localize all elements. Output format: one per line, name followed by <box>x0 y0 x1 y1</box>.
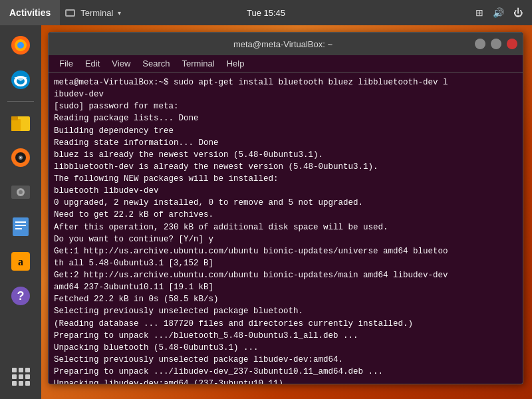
monitor-icon <box>65 9 75 17</box>
writer-icon <box>9 215 33 239</box>
terminal-window: meta@meta-VirtualBox: ~ File Edit View S… <box>48 32 523 384</box>
terminal-line: libbluetooth-dev is already the newest v… <box>54 161 517 173</box>
terminal-line: Reading package lists... Done <box>54 112 517 124</box>
svg-point-13 <box>20 157 21 158</box>
sidebar-item-help[interactable]: ? <box>5 280 37 312</box>
svg-rect-8 <box>11 119 21 131</box>
terminal-line: Fetched 22.2 kB in 0s (58.5 kB/s) <box>54 293 517 305</box>
menu-help[interactable]: Help <box>221 57 250 70</box>
terminal-menubar: File Edit View Search Terminal Help <box>49 55 523 72</box>
sidebar-item-firefox[interactable] <box>5 29 37 61</box>
terminal-line: (Reading database ... 187720 files and d… <box>54 318 517 330</box>
activities-button[interactable]: Activities <box>0 0 60 25</box>
svg-rect-20 <box>15 228 22 229</box>
svg-text:a: a <box>18 256 23 267</box>
menu-file[interactable]: File <box>54 57 78 70</box>
power-icon[interactable]: ⏻ <box>511 6 525 19</box>
sidebar-divider-1 <box>7 101 34 102</box>
rhythmbox-icon <box>9 146 33 170</box>
svg-rect-9 <box>11 116 18 120</box>
svg-rect-17 <box>13 217 29 236</box>
menu-edit[interactable]: Edit <box>80 57 105 70</box>
volume-icon[interactable]: 🔊 <box>490 6 507 19</box>
terminal-line: ibudev-dev <box>54 88 517 100</box>
terminal-line: Unpacking bluetooth (5.48-0ubuntu3.1) ..… <box>54 342 517 354</box>
chevron-down-icon: ▾ <box>118 9 121 17</box>
close-button[interactable] <box>507 39 517 49</box>
sidebar-item-files[interactable] <box>5 107 37 139</box>
help-icon: ? <box>9 284 33 308</box>
thunderbird-icon <box>9 68 33 92</box>
menu-view[interactable]: View <box>106 57 136 70</box>
terminal-window-title: meta@meta-VirtualBox: ~ <box>94 39 472 49</box>
terminal-output: meta@meta-VirtualBox:~$ sudo apt-get ins… <box>54 76 517 384</box>
terminal-line: Reading state information... Done <box>54 137 517 149</box>
terminal-line: th all 5.48-0ubuntu3.1 [3,152 B] <box>54 257 517 269</box>
menu-terminal[interactable]: Terminal <box>177 57 220 70</box>
terminal-line: Get:2 http://us.archive.ubuntu.com/ubunt… <box>54 269 517 281</box>
terminal-line: Preparing to unpack .../libudev-dev_237-… <box>54 366 517 378</box>
window-controls <box>472 39 517 49</box>
terminal-line: Get:1 http://us.archive.ubuntu.com/ubunt… <box>54 245 517 257</box>
terminal-titlebar: meta@meta-VirtualBox: ~ <box>49 33 523 55</box>
terminal-line: [sudo] password for meta: <box>54 100 517 112</box>
terminal-line: The following NEW packages will be insta… <box>54 173 517 185</box>
terminal-line: After this operation, 230 kB of addition… <box>54 221 517 233</box>
terminal-line: meta@meta-VirtualBox:~$ sudo apt-get ins… <box>54 76 517 88</box>
maximize-button[interactable] <box>491 39 501 49</box>
sidebar-item-amazon[interactable]: a <box>5 245 37 277</box>
terminal-line: Preparing to unpack .../bluetooth_5.48-0… <box>54 330 517 342</box>
topbar-left: Activities Terminal ▾ <box>0 0 126 25</box>
terminal-taskbar-item[interactable]: Terminal ▾ <box>60 8 126 18</box>
network-icon[interactable]: ⊞ <box>473 6 486 19</box>
terminal-line: Need to get 22.2 kB of archives. <box>54 209 517 221</box>
firefox-icon <box>9 33 33 57</box>
minimize-button[interactable] <box>475 39 485 49</box>
sidebar: a ? <box>0 25 41 399</box>
sidebar-item-photos[interactable] <box>5 176 37 208</box>
terminal-line: bluez is already the newest version (5.4… <box>54 149 517 161</box>
topbar: Activities Terminal ▾ Tue 15:45 ⊞ 🔊 ⏻ <box>0 0 532 25</box>
sidebar-item-writer[interactable] <box>5 211 37 243</box>
terminal-line: bluetooth libudev-dev <box>54 185 517 197</box>
svg-point-2 <box>17 42 24 49</box>
svg-point-16 <box>19 190 23 194</box>
terminal-content[interactable]: meta@meta-VirtualBox:~$ sudo apt-get ins… <box>49 72 523 384</box>
photos-icon <box>9 180 33 204</box>
topbar-clock: Tue 15:45 <box>247 8 285 18</box>
sidebar-item-rhythmbox[interactable] <box>5 142 37 174</box>
terminal-taskbar-label: Terminal <box>80 8 113 18</box>
sidebar-item-appgrid[interactable] <box>5 360 37 392</box>
terminal-line: 0 upgraded, 2 newly installed, 0 to remo… <box>54 197 517 209</box>
topbar-right-icons: ⊞ 🔊 ⏻ <box>473 6 532 19</box>
terminal-line: Selecting previously unselected package … <box>54 354 517 366</box>
svg-rect-19 <box>15 225 26 226</box>
terminal-line: Unpacking libudev-dev:amd64 (237-3ubuntu… <box>54 378 517 384</box>
terminal-line: Building dependency tree <box>54 125 517 137</box>
amazon-icon: a <box>9 249 33 273</box>
menu-search[interactable]: Search <box>137 57 175 70</box>
files-icon <box>9 111 33 135</box>
terminal-line: Selecting previously unselected package … <box>54 305 517 317</box>
terminal-line: Do you want to continue? [Y/n] y <box>54 233 517 245</box>
sidebar-item-thunderbird[interactable] <box>5 64 37 96</box>
svg-rect-18 <box>15 221 26 223</box>
svg-text:?: ? <box>17 289 25 303</box>
terminal-line: amd64 237-3ubuntu10.11 [19.1 kB] <box>54 281 517 293</box>
